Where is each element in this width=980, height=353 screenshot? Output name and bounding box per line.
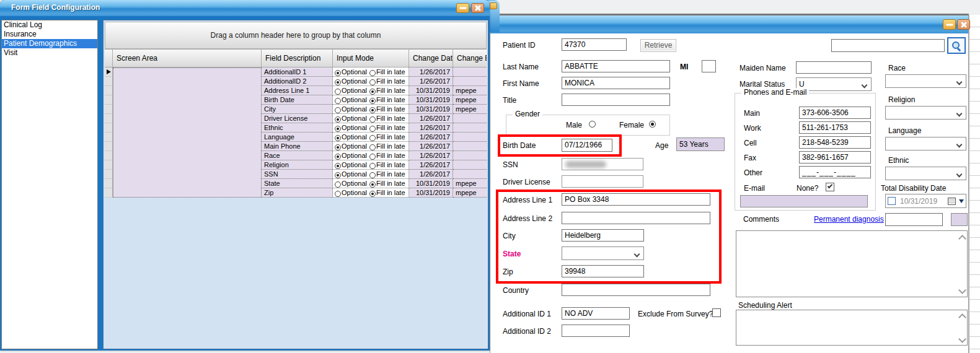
fill-in-later-radio[interactable] (369, 144, 376, 150)
grid-row[interactable]: Driver LicenseOptional Fill in late1/26/… (262, 114, 487, 123)
close-button[interactable] (957, 19, 970, 30)
city-input[interactable]: Heidelberg (562, 229, 644, 242)
grid-row[interactable]: Birth DateOptional Fill in late10/31/201… (262, 95, 487, 105)
grid-row[interactable]: CityOptional Fill in late10/31/2019mpepe (262, 105, 487, 114)
column-header-change-by[interactable]: Change By (453, 50, 487, 67)
driver-license-input[interactable] (562, 175, 643, 188)
screen-list-item[interactable]: Insurance (2, 30, 97, 39)
fill-in-later-radio[interactable] (369, 98, 376, 104)
close-button[interactable] (471, 3, 484, 13)
total-disability-datepicker[interactable]: 10/31/2019 (885, 194, 966, 208)
permanent-diagnosis-link[interactable]: Permanent diagnosis (814, 215, 884, 224)
phone-cell-input[interactable]: 218-548-5239 (799, 136, 871, 149)
grid-row[interactable]: Address Line 1Optional Fill in late10/31… (262, 86, 487, 95)
exclude-survey-checkbox[interactable] (712, 308, 721, 317)
fill-in-later-radio[interactable] (369, 126, 376, 132)
optional-radio[interactable] (335, 116, 341, 123)
race-dropdown[interactable] (885, 74, 966, 88)
group-by-band[interactable]: Drag a column header here to group by th… (105, 22, 487, 49)
female-radio[interactable] (649, 121, 656, 128)
patient-id-input[interactable]: 47370 (562, 38, 627, 51)
last-name-input[interactable]: ABBATTE (562, 60, 670, 72)
optional-radio[interactable] (335, 154, 341, 160)
screen-list-item[interactable]: Visit (2, 48, 97, 58)
grid-row[interactable]: StateOptional Fill in late10/31/2019mpep… (262, 179, 487, 188)
grid-row[interactable]: RaceOptional Fill in late1/26/2017 (262, 151, 487, 160)
scroll-down-icon[interactable] (960, 337, 965, 342)
fill-in-later-radio[interactable] (369, 135, 376, 141)
phone-other-input[interactable]: ___-___-____ (799, 166, 871, 178)
grid-row[interactable]: ZipOptional Fill in late10/31/2019mpepe (262, 188, 487, 198)
optional-radio[interactable] (335, 126, 341, 132)
fill-in-later-radio[interactable] (369, 163, 376, 169)
fill-in-later-radio[interactable] (369, 79, 376, 85)
comments-textarea[interactable] (736, 230, 968, 297)
diagnosis-input[interactable] (885, 213, 943, 226)
grid-row[interactable]: ReligionOptional Fill in late1/26/2017 (262, 160, 487, 170)
optional-radio[interactable] (335, 144, 341, 150)
optional-radio[interactable] (335, 163, 341, 169)
mi-input[interactable] (702, 60, 716, 72)
screen-list-item[interactable]: Clinical Log (2, 20, 97, 30)
grid-row[interactable]: SSNOptional Fill in late1/26/2017 (262, 170, 487, 179)
fill-in-later-radio[interactable] (369, 70, 376, 76)
search-input[interactable] (831, 39, 945, 52)
fill-in-later-radio[interactable] (369, 89, 376, 95)
maiden-name-input[interactable] (796, 61, 872, 74)
ssn-input[interactable] (562, 158, 643, 170)
address1-input[interactable]: PO Box 3348 (562, 193, 710, 206)
dropdown-arrow-icon[interactable] (959, 199, 964, 203)
phone-work-input[interactable]: 511-261-1753 (799, 121, 871, 134)
optional-radio[interactable] (335, 98, 341, 104)
column-header-screen-area[interactable]: Screen Area (113, 50, 262, 67)
minimize-button[interactable] (456, 3, 469, 13)
optional-radio[interactable] (335, 89, 341, 95)
fill-in-later-radio[interactable] (369, 181, 376, 188)
optional-radio[interactable] (335, 107, 341, 113)
scroll-down-icon[interactable] (960, 288, 965, 293)
ethnic-dropdown[interactable] (885, 167, 966, 180)
additional-id1-input[interactable]: NO ADV (562, 307, 630, 320)
scroll-up-icon[interactable] (960, 313, 965, 318)
fill-in-later-radio[interactable] (369, 116, 376, 123)
phone-fax-input[interactable]: 382-961-1657 (799, 151, 871, 163)
grid-row[interactable]: Main PhoneOptional Fill in late1/26/2017 (262, 142, 487, 151)
phone-main-input[interactable]: 373-606-3506 (799, 107, 871, 119)
fill-in-later-radio[interactable] (369, 191, 376, 197)
grid-row[interactable]: AdditionalID 1Optional Fill in late1/26/… (262, 68, 487, 77)
male-radio[interactable] (589, 121, 596, 128)
screen-list[interactable]: Clinical LogInsurancePatient Demographic… (1, 20, 98, 349)
retrieve-button[interactable]: Retrieve (640, 39, 676, 52)
optional-radio[interactable] (335, 181, 341, 188)
fill-in-later-radio[interactable] (369, 107, 376, 113)
column-header-input-mode[interactable]: Input Mode (333, 50, 409, 67)
language-dropdown[interactable] (885, 137, 966, 150)
email-none-checkbox[interactable] (826, 183, 834, 191)
religion-dropdown[interactable] (885, 106, 966, 120)
screen-list-item[interactable]: Patient Demographics (2, 39, 97, 48)
column-header-field-description[interactable]: Field Description (262, 50, 333, 67)
state-dropdown[interactable] (562, 246, 644, 260)
minimize-button[interactable] (943, 19, 956, 30)
date-enable-checkbox[interactable] (888, 197, 896, 205)
title-input[interactable] (562, 94, 670, 106)
column-header-change-date[interactable]: Change Date (409, 50, 453, 67)
fill-in-later-radio[interactable] (369, 154, 376, 160)
optional-radio[interactable] (335, 79, 341, 85)
optional-radio[interactable] (335, 191, 341, 197)
address2-input[interactable] (562, 212, 710, 224)
grid-row[interactable]: LanguageOptional Fill in late1/26/2017 (262, 133, 487, 142)
country-input[interactable] (562, 284, 710, 296)
grid-row[interactable]: EthnicOptional Fill in late1/26/2017 (262, 123, 487, 133)
grid-row[interactable]: AdditionalID 2Optional Fill in late1/26/… (262, 77, 487, 86)
scheduling-alert-textarea[interactable] (736, 310, 968, 346)
scroll-up-icon[interactable] (960, 235, 965, 240)
optional-radio[interactable] (335, 172, 341, 178)
search-button[interactable] (947, 37, 966, 54)
optional-radio[interactable] (335, 70, 341, 76)
birth-date-input[interactable]: 07/12/1966 (562, 139, 612, 152)
additional-id2-input[interactable] (562, 325, 630, 337)
optional-radio[interactable] (335, 135, 341, 141)
fill-in-later-radio[interactable] (369, 172, 376, 178)
first-name-input[interactable]: MONICA (562, 77, 670, 89)
